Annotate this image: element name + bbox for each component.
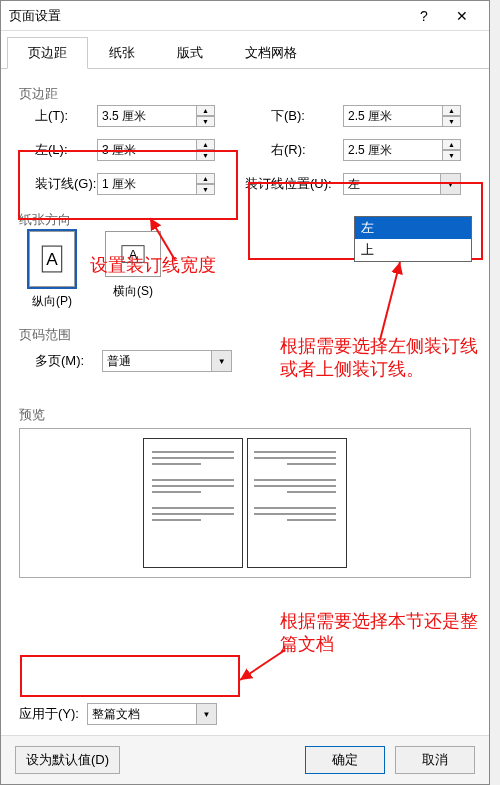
titlebar: 页面设置 ? ✕	[1, 1, 489, 31]
spin-up-icon[interactable]: ▲	[197, 173, 215, 184]
preview-page-left	[143, 438, 243, 568]
label-gutter: 装订线(G):	[35, 175, 95, 193]
label-right: 右(R):	[271, 141, 341, 159]
combo-apply-to[interactable]: ▼	[87, 703, 217, 725]
label-apply-to: 应用于(Y):	[19, 705, 79, 723]
dropdown-option-left[interactable]: 左	[355, 217, 471, 239]
portrait-label: 纵向(P)	[32, 293, 72, 310]
cancel-button[interactable]: 取消	[395, 746, 475, 774]
tab-grid[interactable]: 文档网格	[224, 37, 318, 69]
input-right[interactable]	[343, 139, 443, 161]
spinner-left[interactable]: ▲▼	[97, 139, 217, 161]
tab-body: 页边距 上(T): ▲▼ 下(B): ▲▼ 左(L):	[1, 68, 489, 735]
preview-page-right	[247, 438, 347, 568]
tab-margins[interactable]: 页边距	[7, 37, 88, 69]
set-default-button[interactable]: 设为默认值(D)	[15, 746, 120, 774]
input-top[interactable]	[97, 105, 197, 127]
close-button[interactable]: ✕	[443, 5, 481, 27]
label-left: 左(L):	[35, 141, 95, 159]
chevron-down-icon[interactable]: ▼	[212, 350, 232, 372]
combo-gutter-pos[interactable]: ▼	[343, 173, 461, 195]
input-apply-to[interactable]	[87, 703, 197, 725]
gutter-pos-dropdown[interactable]: 左 上	[354, 216, 472, 262]
input-multipage[interactable]	[102, 350, 212, 372]
section-pages-title: 页码范围	[19, 326, 471, 344]
spin-down-icon[interactable]: ▼	[197, 116, 215, 127]
tab-paper[interactable]: 纸张	[88, 37, 156, 69]
spin-up-icon[interactable]: ▲	[197, 105, 215, 116]
spin-down-icon[interactable]: ▼	[197, 150, 215, 161]
orientation-landscape[interactable]: A 横向(S)	[105, 231, 161, 310]
landscape-icon: A	[105, 231, 161, 277]
input-bottom[interactable]	[343, 105, 443, 127]
spin-down-icon[interactable]: ▼	[443, 150, 461, 161]
section-preview-title: 预览	[19, 406, 471, 424]
spin-up-icon[interactable]: ▲	[443, 105, 461, 116]
dialog-title: 页面设置	[9, 7, 405, 25]
spin-up-icon[interactable]: ▲	[197, 139, 215, 150]
svg-text:A: A	[129, 247, 138, 262]
ok-button[interactable]: 确定	[305, 746, 385, 774]
svg-text:A: A	[46, 249, 58, 269]
chevron-down-icon[interactable]: ▼	[197, 703, 217, 725]
spin-up-icon[interactable]: ▲	[443, 139, 461, 150]
label-multipage: 多页(M):	[35, 352, 84, 370]
page-setup-dialog: 页面设置 ? ✕ 页边距 纸张 版式 文档网格 页边距 上(T): ▲▼ 下(B…	[0, 0, 490, 785]
combo-multipage[interactable]: ▼	[102, 350, 232, 372]
tab-strip: 页边距 纸张 版式 文档网格	[1, 31, 489, 69]
landscape-label: 横向(S)	[113, 283, 153, 300]
orientation-portrait[interactable]: A 纵向(P)	[29, 231, 75, 310]
help-button[interactable]: ?	[405, 5, 443, 27]
portrait-icon: A	[29, 231, 75, 287]
dialog-footer: 设为默认值(D) 确定 取消	[1, 735, 489, 784]
input-gutter-pos[interactable]	[343, 173, 441, 195]
chevron-down-icon[interactable]: ▼	[441, 173, 461, 195]
spin-down-icon[interactable]: ▼	[443, 116, 461, 127]
label-gutter-pos: 装订线位置(U):	[245, 175, 341, 193]
close-icon: ✕	[456, 8, 468, 24]
spinner-right[interactable]: ▲▼	[343, 139, 463, 161]
label-bottom: 下(B):	[271, 107, 341, 125]
help-icon: ?	[420, 8, 428, 24]
section-margins-title: 页边距	[19, 85, 471, 103]
dropdown-option-top[interactable]: 上	[355, 239, 471, 261]
preview-box	[19, 428, 471, 578]
input-gutter[interactable]	[97, 173, 197, 195]
input-left[interactable]	[97, 139, 197, 161]
spinner-gutter[interactable]: ▲▼	[97, 173, 217, 195]
spin-down-icon[interactable]: ▼	[197, 184, 215, 195]
spinner-bottom[interactable]: ▲▼	[343, 105, 463, 127]
spinner-top[interactable]: ▲▼	[97, 105, 217, 127]
tab-layout[interactable]: 版式	[156, 37, 224, 69]
label-top: 上(T):	[35, 107, 95, 125]
